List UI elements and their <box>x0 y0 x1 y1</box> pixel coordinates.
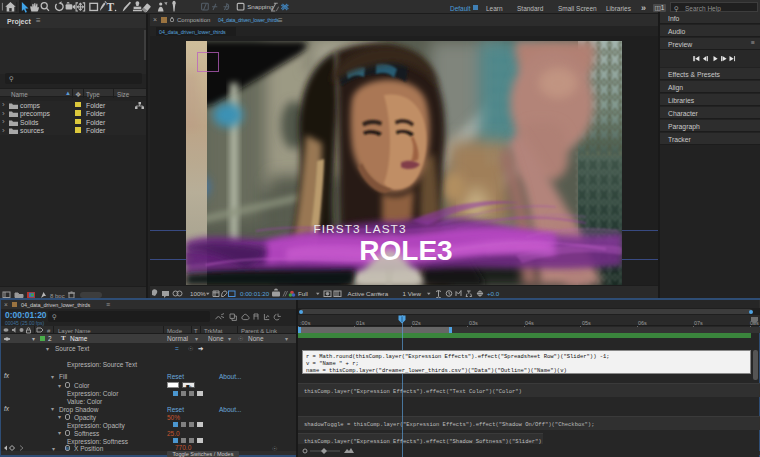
svg-text:Parent & Link: Parent & Link <box>241 328 278 334</box>
svg-text:03s: 03s <box>469 320 478 326</box>
svg-text:Mode: Mode <box>167 328 183 334</box>
svg-text:ROLE3: ROLE3 <box>359 235 452 266</box>
svg-text:FIRST3 LAST3: FIRST3 LAST3 <box>313 222 406 236</box>
svg-text:Snapping: Snapping <box>247 3 274 10</box>
svg-text:Full: Full <box>298 290 308 297</box>
svg-text:Layer Name: Layer Name <box>58 328 91 334</box>
svg-text:T: T <box>194 328 198 334</box>
svg-text:TrkMat: TrkMat <box>204 328 223 334</box>
svg-text:07s: 07s <box>694 320 703 326</box>
svg-text:#: # <box>47 328 51 334</box>
svg-text:01s: 01s <box>356 320 365 326</box>
svg-text:0:00:01:20: 0:00:01:20 <box>240 290 270 297</box>
svg-text:+0.0: +0.0 <box>487 290 500 297</box>
svg-text:06s: 06s <box>638 320 647 326</box>
svg-text::00s: :00s <box>300 320 311 326</box>
svg-text:T: T <box>107 1 115 13</box>
svg-text:02s: 02s <box>412 320 421 326</box>
svg-text:1 View: 1 View <box>403 290 422 297</box>
svg-text:04s: 04s <box>525 320 534 326</box>
svg-text:05s: 05s <box>582 320 591 326</box>
svg-text:100%: 100% <box>190 290 206 297</box>
svg-text:Active Camera: Active Camera <box>348 290 389 297</box>
